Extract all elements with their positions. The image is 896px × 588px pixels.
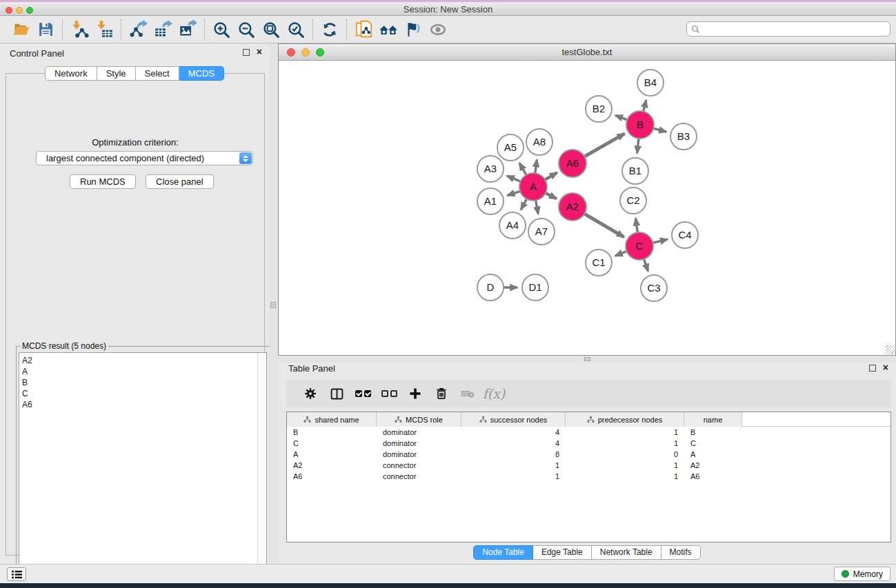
show-column-panel-button[interactable] xyxy=(323,383,350,405)
table-row[interactable]: Adominator80A xyxy=(287,449,890,460)
export-image-button[interactable] xyxy=(175,18,200,41)
splitter-handle[interactable] xyxy=(270,302,276,308)
toolbar-separator xyxy=(346,19,347,40)
column-header-MCDS-role[interactable]: MCDS role xyxy=(377,412,461,427)
table-row[interactable]: A2connector11A2 xyxy=(287,460,890,471)
graph-node-label-B4: B4 xyxy=(644,77,657,88)
create-column-button[interactable] xyxy=(402,383,428,405)
hierarchy-icon xyxy=(587,416,595,423)
toolbar-separator xyxy=(204,19,205,40)
tab-mcds[interactable]: MCDS xyxy=(179,66,224,81)
float-panel-icon[interactable] xyxy=(243,49,250,56)
tab-select[interactable]: Select xyxy=(136,66,179,81)
float-panel-icon[interactable] xyxy=(869,365,876,372)
mcds-result-item[interactable]: A xyxy=(22,366,266,377)
graph-node-label-D: D xyxy=(487,281,495,293)
column-header-shared-name[interactable]: shared name xyxy=(287,412,377,427)
close-panel-button[interactable]: Close panel xyxy=(146,174,214,189)
zoom-in-button[interactable] xyxy=(209,18,234,41)
panel-splitter-vertical[interactable] xyxy=(269,43,278,564)
table-row[interactable]: Bdominator41B xyxy=(287,427,890,438)
export-table-button[interactable] xyxy=(150,18,175,41)
app-titlebar[interactable]: Session: New Session xyxy=(0,2,896,16)
zoom-selected-button[interactable] xyxy=(283,18,308,41)
tab-edge-table[interactable]: Edge Table xyxy=(533,545,592,560)
graph-node-label-A8: A8 xyxy=(533,136,546,148)
application-window: Session: New Session xyxy=(0,0,896,588)
memory-label: Memory xyxy=(853,569,883,579)
close-panel-icon[interactable]: × xyxy=(257,46,262,57)
table-cell: 1 xyxy=(566,438,684,449)
table-cell: A6 xyxy=(287,471,377,482)
table-settings-button[interactable] xyxy=(297,383,323,405)
export-network-button[interactable] xyxy=(126,18,150,41)
tab-node-table[interactable]: Node Table xyxy=(473,545,533,560)
memory-status-icon xyxy=(842,570,849,578)
network-window-titlebar[interactable]: testGlobe.txt xyxy=(279,44,895,61)
column-header-successor-nodes[interactable]: successor nodes xyxy=(461,412,566,427)
column-header-label: MCDS role xyxy=(406,416,443,424)
table-cell: dominator xyxy=(377,449,461,460)
run-mcds-button[interactable]: Run MCDS xyxy=(70,174,136,189)
optimization-criterion-select[interactable]: largest connected component (directed) xyxy=(36,151,253,165)
graph-node-label-C2: C2 xyxy=(626,194,639,206)
memory-button[interactable]: Memory xyxy=(834,567,890,581)
delete-table-button[interactable] xyxy=(455,383,481,405)
result-scrollbar[interactable] xyxy=(257,353,266,578)
graph-node-label-B3: B3 xyxy=(677,130,690,142)
panel-splitter-horizontal[interactable] xyxy=(278,356,896,362)
network-canvas[interactable]: AA6A2BCA5A8A3A1A4A7B2B4B3B1C2C4C1C3DD1 xyxy=(279,61,895,355)
function-builder-button[interactable]: f(x) xyxy=(481,383,507,405)
graph-node-label-A4: A4 xyxy=(506,219,519,231)
window-resize-grip[interactable] xyxy=(886,345,895,354)
hide-annotations-button[interactable] xyxy=(401,18,426,41)
copy-network-button[interactable] xyxy=(351,18,376,41)
home-view-button[interactable] xyxy=(376,18,401,41)
close-panel-icon[interactable]: × xyxy=(883,362,888,373)
apply-layout-button[interactable] xyxy=(317,18,342,41)
column-header-predecessor-nodes[interactable]: predecessor nodes xyxy=(566,412,684,427)
search-input[interactable] xyxy=(686,21,890,37)
level-of-detail-button[interactable] xyxy=(426,18,450,41)
graph-node-label-C: C xyxy=(636,240,644,252)
table-row[interactable]: Cdominator41C xyxy=(287,438,890,449)
zoom-fit-button[interactable] xyxy=(259,18,283,41)
import-network-icon xyxy=(70,20,89,39)
table-toolbar: f(x) xyxy=(286,380,891,407)
tab-style[interactable]: Style xyxy=(97,66,136,81)
mcds-result-item[interactable]: A2 xyxy=(22,355,266,366)
mcds-result-item[interactable]: A6 xyxy=(22,399,266,410)
zoom-out-button[interactable] xyxy=(234,18,259,41)
mcds-result-group: MCDS result (5 nodes) A2ABCA6 xyxy=(16,346,270,582)
delete-column-button[interactable] xyxy=(428,383,455,405)
mcds-result-item[interactable]: C xyxy=(22,388,266,399)
mcds-result-item[interactable]: B xyxy=(22,377,266,388)
control-panel-title: Control Panel xyxy=(10,48,64,59)
save-session-button[interactable] xyxy=(33,18,58,41)
import-table-button[interactable] xyxy=(92,18,117,41)
tab-network[interactable]: Network xyxy=(45,66,97,81)
splitter-handle[interactable] xyxy=(584,357,590,361)
control-panel-tabs: NetworkStyleSelectMCDS xyxy=(0,66,269,81)
zoom-out-icon xyxy=(237,21,255,39)
tab-motifs[interactable]: Motifs xyxy=(661,545,701,560)
table-cell: 0 xyxy=(566,449,684,460)
column-header-label: predecessor nodes xyxy=(598,416,663,424)
graph-node-label-B2: B2 xyxy=(593,103,605,114)
select-stepper-icon xyxy=(239,152,252,164)
import-network-button[interactable] xyxy=(67,18,92,41)
open-folder-icon xyxy=(12,20,30,39)
tab-network-table[interactable]: Network Table xyxy=(592,545,661,560)
select-all-rows-button[interactable] xyxy=(350,383,376,405)
table-cell: A xyxy=(684,449,742,460)
graph-node-label-B1: B1 xyxy=(629,165,641,176)
graph-node-label-A3: A3 xyxy=(484,163,497,174)
mcds-result-list[interactable]: A2ABCA6 xyxy=(19,352,267,579)
hierarchy-icon xyxy=(479,416,487,423)
table-cell: 1 xyxy=(566,471,684,482)
deselect-all-rows-button[interactable] xyxy=(376,383,402,405)
task-history-button[interactable] xyxy=(7,567,26,581)
table-row[interactable]: A6connector11A6 xyxy=(287,471,890,482)
column-header-name[interactable]: name xyxy=(684,412,742,427)
open-session-button[interactable] xyxy=(8,18,33,41)
